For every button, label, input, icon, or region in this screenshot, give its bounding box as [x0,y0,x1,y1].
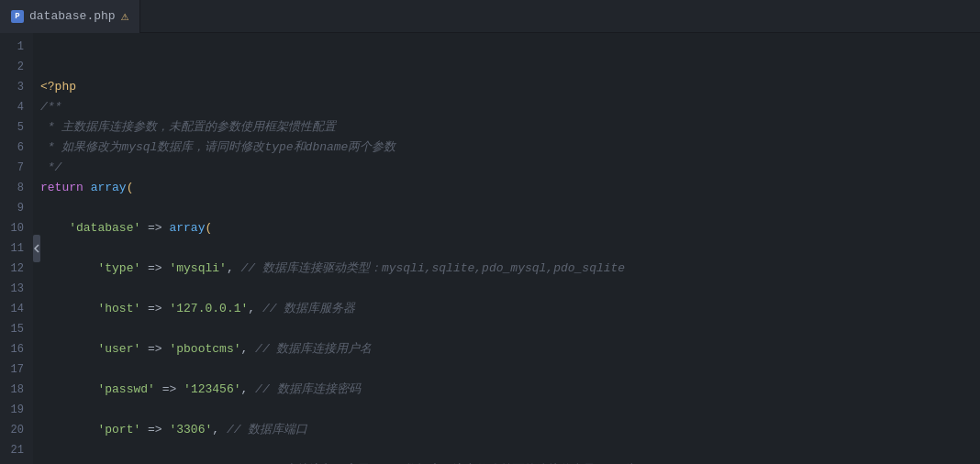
tab-bar: P database.php ⚠ [0,0,980,33]
code-line: 'host' => '127.0.0.1', // 数据库服务器 [40,299,980,319]
line-numbers-gutter: 1234567891011121314151617181920212223242… [0,33,33,464]
code-line [40,279,980,299]
code-line [40,400,980,420]
code-line [40,238,980,259]
code-line [40,440,980,460]
code-line: * 主数据库连接参数，未配置的参数使用框架惯性配置 [40,117,980,138]
code-line: /** [40,97,980,117]
code-line: 'type' => 'mysqli', // 数据库连接驱动类型：mysqli,… [40,259,980,279]
tab-warning-icon: ⚠ [121,8,128,24]
file-tab[interactable]: P database.php ⚠ [0,0,140,33]
code-line: * 如果修改为mysql数据库，请同时修改type和dbname两个参数 [40,138,980,158]
code-line [40,319,980,339]
code-line: 'dbname' => 'pbootcms' // 去掉注释，启用mysql数据… [40,460,980,464]
code-line [40,359,980,380]
code-line: */ [40,158,980,178]
editor-area: 1234567891011121314151617181920212223242… [0,33,980,464]
code-line: 'port' => '3306', // 数据库端口 [40,420,980,440]
code-line: 'passwd' => '123456', // 数据库连接密码 [40,380,980,400]
code-line: return array( [40,178,980,198]
scroll-left-indicator[interactable] [33,235,40,262]
code-line: 'user' => 'pbootcms', // 数据库连接用户名 [40,339,980,359]
tab-filename: database.php [29,9,116,23]
code-line: 'database' => array( [40,218,980,238]
code-line: <?php [40,77,980,97]
file-type-icon: P [11,10,24,23]
code-editor[interactable]: <?php/** * 主数据库连接参数，未配置的参数使用框架惯性配置 * 如果修… [33,33,980,464]
code-line [40,198,980,218]
